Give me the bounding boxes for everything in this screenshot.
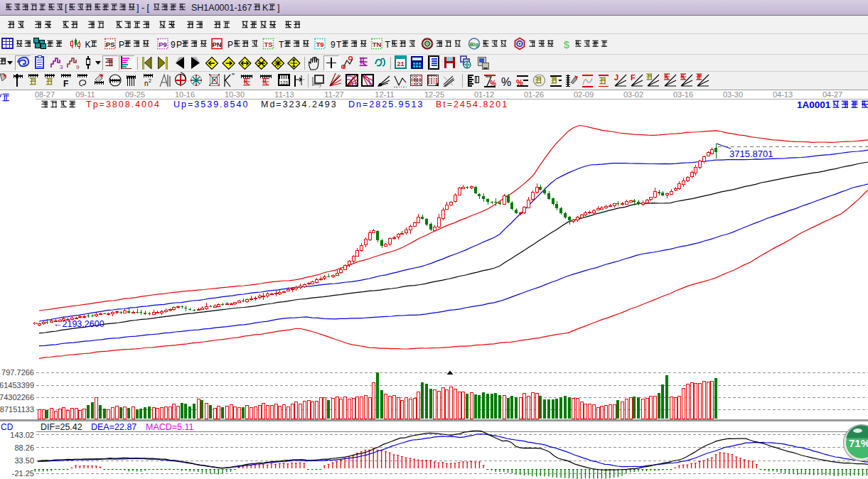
svg-text:33.50: 33.50 xyxy=(14,456,34,465)
svg-text:123: 123 xyxy=(280,80,288,85)
svg-text:-21.25: -21.25 xyxy=(12,469,34,478)
svg-text:T: T xyxy=(385,40,391,50)
svg-text:PN: PN xyxy=(212,41,221,48)
svg-text:TN: TN xyxy=(373,41,382,48)
svg-text:9: 9 xyxy=(76,64,80,70)
svg-text:09-11: 09-11 xyxy=(75,90,95,99)
svg-text:DEA=22.87: DEA=22.87 xyxy=(91,422,136,432)
svg-text:DIF=25.42: DIF=25.42 xyxy=(41,422,82,432)
svg-text:3: 3 xyxy=(60,64,63,70)
svg-text:P: P xyxy=(227,40,233,50)
svg-text:88.26: 88.26 xyxy=(14,443,34,452)
svg-text:9: 9 xyxy=(171,40,176,50)
svg-text:$: $ xyxy=(564,38,570,50)
svg-text:09-25: 09-25 xyxy=(125,90,145,99)
svg-text:T: T xyxy=(336,40,342,50)
svg-text:←2193.2600: ←2193.2600 xyxy=(53,319,105,329)
svg-text:01-12: 01-12 xyxy=(474,90,494,99)
svg-text:03-30: 03-30 xyxy=(723,90,743,99)
svg-text:10-16: 10-16 xyxy=(175,90,195,99)
svg-text:03-02: 03-02 xyxy=(623,90,643,99)
svg-text:F: F xyxy=(63,79,68,89)
svg-text:n: n xyxy=(144,80,149,87)
svg-text:04-27: 04-27 xyxy=(823,90,842,99)
svg-text:04-13: 04-13 xyxy=(773,90,793,99)
svg-text:MACD=5.11: MACD=5.11 xyxy=(146,422,194,432)
svg-text:Tp=3808.4004: Tp=3808.4004 xyxy=(86,99,161,109)
svg-text:2: 2 xyxy=(149,78,151,83)
svg-text:%: % xyxy=(516,78,523,87)
svg-text:Up=3539.8540: Up=3539.8540 xyxy=(173,99,249,109)
svg-text:9: 9 xyxy=(331,40,336,50)
svg-text:11-13: 11-13 xyxy=(274,90,294,99)
svg-text:PS: PS xyxy=(106,41,115,48)
svg-text:12-11: 12-11 xyxy=(375,90,394,99)
svg-text:71%: 71% xyxy=(849,437,868,449)
svg-text:474302266: 474302266 xyxy=(0,393,34,402)
svg-text:Big: Big xyxy=(470,41,479,48)
svg-text:08-27: 08-27 xyxy=(35,90,55,99)
svg-text:561453399: 561453399 xyxy=(0,381,34,389)
svg-text:K: K xyxy=(262,3,269,13)
svg-text:J: J xyxy=(614,73,618,82)
svg-text:11-27: 11-27 xyxy=(324,90,343,99)
svg-text:": " xyxy=(232,72,235,80)
svg-text:P9: P9 xyxy=(159,41,167,48)
svg-text:03-16: 03-16 xyxy=(673,90,693,99)
svg-text:10-30: 10-30 xyxy=(225,90,245,99)
svg-text:%: % xyxy=(490,80,496,87)
svg-text:P: P xyxy=(119,40,124,50)
svg-text:K: K xyxy=(85,40,91,50)
svg-text:F: F xyxy=(631,73,636,82)
svg-text:T9: T9 xyxy=(316,41,323,48)
svg-text:T: T xyxy=(279,40,284,50)
svg-text:Bt=2454.8201: Bt=2454.8201 xyxy=(436,99,508,109)
svg-text:]: ] xyxy=(277,3,279,13)
svg-text:1A0001: 1A0001 xyxy=(797,99,831,110)
svg-text:143.02: 143.02 xyxy=(10,431,34,439)
svg-text:[: [ xyxy=(65,3,68,13)
svg-text:SH1A0001-167: SH1A0001-167 xyxy=(191,3,252,13)
svg-text:] - [: ] - [ xyxy=(136,3,150,13)
svg-text:01-26: 01-26 xyxy=(524,90,544,99)
svg-text:P: P xyxy=(176,40,182,50)
svg-text:Md=3234.2493: Md=3234.2493 xyxy=(261,99,338,109)
svg-text:187151133: 187151133 xyxy=(0,405,34,414)
svg-text:797.7266: 797.7266 xyxy=(1,368,34,377)
svg-text:21: 21 xyxy=(397,60,404,68)
svg-text:Dn=2825.9513: Dn=2825.9513 xyxy=(348,99,424,109)
svg-text:TS: TS xyxy=(264,41,272,48)
svg-text:12-25: 12-25 xyxy=(424,90,444,99)
svg-text:%: % xyxy=(501,76,511,88)
svg-text:3715.8701: 3715.8701 xyxy=(729,149,773,159)
svg-text:02-09: 02-09 xyxy=(574,90,594,99)
